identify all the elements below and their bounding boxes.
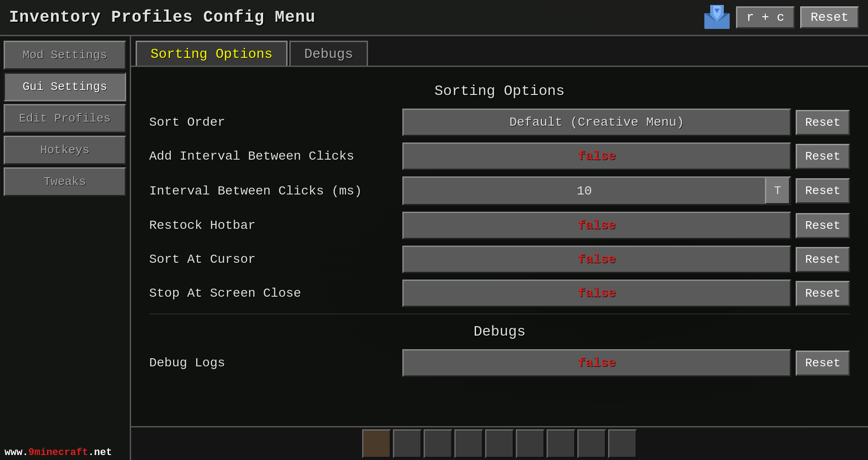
sort-order-control: Default (Creative Menu)	[402, 109, 791, 136]
tab-sorting-options[interactable]: Sorting Options	[136, 41, 288, 66]
sorting-options-title: Sorting Options	[149, 83, 850, 100]
stop-at-screen-close-control: false	[402, 280, 791, 307]
debug-logs-label: Debug Logs	[149, 356, 402, 370]
sort-order-reset[interactable]: Reset	[796, 110, 850, 135]
setting-row-stop-at-screen-close: Stop At Screen Close false Reset	[149, 280, 850, 307]
watermark-name: 9minecraft	[28, 447, 88, 458]
hotbar	[131, 426, 868, 460]
title-reset-button[interactable]: Reset	[800, 6, 859, 28]
stop-at-screen-close-reset[interactable]: Reset	[796, 281, 850, 306]
restock-hotbar-button[interactable]: false	[402, 212, 791, 239]
main-area: Mod Settings Gui Settings Edit Profiles …	[0, 36, 868, 460]
debug-logs-button[interactable]: false	[402, 349, 791, 377]
stop-at-screen-close-label: Stop At Screen Close	[149, 286, 402, 300]
shortcut-badge: r + c	[736, 6, 795, 28]
hotbar-slot-1	[362, 429, 391, 458]
settings-panel: Sorting Options Sort Order Default (Crea…	[131, 67, 868, 426]
debug-logs-reset[interactable]: Reset	[796, 351, 850, 376]
watermark: www.9minecraft.net	[5, 447, 112, 458]
watermark-www: www.	[5, 447, 28, 458]
sidebar-item-tweaks[interactable]: Tweaks	[4, 167, 126, 196]
setting-row-sort-at-cursor: Sort At Cursor false Reset	[149, 246, 850, 273]
content-area: Sorting Options Debugs Sorting Options S…	[131, 36, 868, 460]
setting-row-debug-logs: Debug Logs false Reset	[149, 349, 850, 377]
interval-ms-t-button[interactable]: T	[765, 178, 790, 204]
interval-ms-with-t: 10 T	[402, 176, 791, 205]
hotbar-slot-3	[424, 429, 453, 458]
stop-at-screen-close-button[interactable]: false	[402, 280, 791, 307]
sidebar-item-edit-profiles[interactable]: Edit Profiles	[4, 104, 126, 133]
hotbar-slot-6	[516, 429, 545, 458]
tab-debugs[interactable]: Debugs	[289, 41, 368, 66]
sidebar-item-hotkeys[interactable]: Hotkeys	[4, 136, 126, 165]
sort-at-cursor-control: false	[402, 246, 791, 273]
sort-at-cursor-reset[interactable]: Reset	[796, 247, 850, 272]
interval-ms-control: 10 T	[402, 176, 791, 205]
mail-icon	[703, 5, 731, 30]
sort-at-cursor-label: Sort At Cursor	[149, 252, 402, 266]
restock-hotbar-reset[interactable]: Reset	[796, 213, 850, 238]
sidebar: Mod Settings Gui Settings Edit Profiles …	[0, 36, 131, 460]
title-right-controls: r + c Reset	[703, 5, 859, 30]
add-interval-label: Add Interval Between Clicks	[149, 149, 402, 163]
title-bar: Inventory Profiles Config Menu r + c Res…	[0, 0, 868, 36]
add-interval-control: false	[402, 142, 791, 170]
setting-row-restock-hotbar: Restock Hotbar false Reset	[149, 212, 850, 239]
debug-logs-control: false	[402, 349, 791, 377]
hotbar-slot-9	[608, 429, 637, 458]
hotbar-slot-4	[454, 429, 483, 458]
sidebar-item-mod-settings[interactable]: Mod Settings	[4, 41, 126, 70]
section-divider	[149, 313, 850, 314]
setting-row-add-interval: Add Interval Between Clicks false Reset	[149, 142, 850, 170]
restock-hotbar-control: false	[402, 212, 791, 239]
add-interval-button[interactable]: false	[402, 142, 791, 170]
interval-ms-reset[interactable]: Reset	[796, 178, 850, 204]
sort-at-cursor-button[interactable]: false	[402, 246, 791, 273]
debugs-title: Debugs	[149, 323, 850, 340]
hotbar-slot-5	[485, 429, 514, 458]
app-title: Inventory Profiles Config Menu	[9, 8, 316, 27]
setting-row-sort-order: Sort Order Default (Creative Menu) Reset	[149, 109, 850, 136]
interval-ms-label: Interval Between Clicks (ms)	[149, 184, 402, 198]
restock-hotbar-label: Restock Hotbar	[149, 218, 402, 232]
interval-ms-button[interactable]: 10	[404, 178, 765, 204]
watermark-ext: .net	[88, 447, 112, 458]
sort-order-label: Sort Order	[149, 115, 402, 129]
sidebar-item-gui-settings[interactable]: Gui Settings	[4, 72, 126, 101]
setting-row-interval-ms: Interval Between Clicks (ms) 10 T Reset	[149, 176, 850, 205]
hotbar-slot-2	[393, 429, 422, 458]
add-interval-reset[interactable]: Reset	[796, 144, 850, 169]
tab-bar: Sorting Options Debugs	[131, 36, 868, 67]
hotbar-slot-7	[547, 429, 576, 458]
hotbar-slot-8	[577, 429, 606, 458]
sort-order-button[interactable]: Default (Creative Menu)	[402, 109, 791, 136]
